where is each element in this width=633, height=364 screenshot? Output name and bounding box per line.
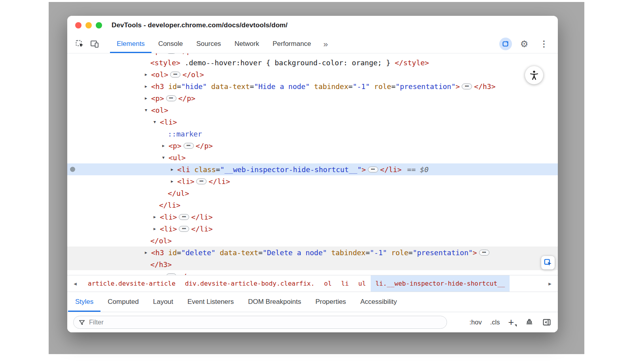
code-token-punct: = <box>349 82 353 91</box>
breadcrumb-forward-button[interactable]: ▸ <box>542 275 558 292</box>
code-token-tag: <li> <box>177 177 194 186</box>
sidebar-toggle-button[interactable] <box>542 318 552 327</box>
expand-ellipsis-button[interactable]: … <box>479 250 489 256</box>
code-token-tag: </li> <box>159 201 180 209</box>
code-token-attr: id <box>164 82 177 91</box>
dom-tree-row[interactable]: </ol> <box>67 235 558 246</box>
expand-ellipsis-button[interactable]: … <box>170 72 180 78</box>
cast-button[interactable] <box>499 38 512 50</box>
dom-tree-row[interactable]: <style> .demo--hover:hover { background-… <box>67 57 558 68</box>
filter-field[interactable] <box>73 316 447 329</box>
code-token-attr: data-text <box>207 82 250 91</box>
expand-arrow-icon[interactable]: ▸ <box>145 72 151 77</box>
dom-tree-row[interactable]: ▸<li>…</li> <box>67 211 558 223</box>
collapse-arrow-icon[interactable]: ▾ <box>162 155 169 160</box>
styles-tab-dom-breakpoints[interactable]: DOM Breakpoints <box>241 292 308 312</box>
code-token-tag: </li> <box>191 225 212 233</box>
code-token-punct: = <box>391 82 396 91</box>
code-token-val: "Delete a node" <box>263 248 327 257</box>
dom-tree-row[interactable]: ▸<li>…</li> <box>67 223 558 235</box>
breadcrumb-item[interactable]: article.devsite-article <box>83 275 180 292</box>
dom-tree-row[interactable]: ::marker <box>67 128 558 140</box>
element-classes-button[interactable]: .cls <box>490 318 500 326</box>
inspect-button[interactable] <box>72 37 87 51</box>
dom-tree: ▸<p>…</p><style> .demo--hover:hover { ba… <box>67 53 558 275</box>
stamp-button[interactable] <box>525 318 534 327</box>
dom-tree-row[interactable]: ▸<p>…</p> <box>67 270 558 275</box>
breadcrumb-back-button[interactable]: ◂ <box>67 275 83 292</box>
styles-tab-accessibility[interactable]: Accessibility <box>353 292 404 312</box>
dom-tree-row[interactable]: ▾<ul> <box>67 152 558 163</box>
breadcrumb-item[interactable]: div.devsite-article-body.clearfix. <box>180 275 320 292</box>
styles-tab-computed[interactable]: Computed <box>100 292 146 312</box>
expand-ellipsis-button[interactable]: … <box>166 53 176 54</box>
filter-input[interactable] <box>89 318 442 326</box>
styles-tab-styles[interactable]: Styles <box>68 292 100 312</box>
accessibility-overlay-button[interactable] <box>525 66 543 84</box>
code-token-tag: </ol> <box>150 237 172 245</box>
dom-tree-row[interactable]: ▸<p>…</p> <box>67 92 558 104</box>
breadcrumb-item[interactable]: li.__web-inspector-hide-shortcut__ <box>371 275 510 292</box>
expand-ellipsis-button[interactable]: … <box>179 226 189 232</box>
dom-tree-row[interactable]: ▾<ol> <box>67 104 558 116</box>
expand-arrow-icon[interactable]: ▸ <box>145 250 151 255</box>
zoom-window-button[interactable] <box>96 22 102 28</box>
breadcrumb-item[interactable]: ol <box>319 275 336 292</box>
tab-console[interactable]: Console <box>152 35 190 53</box>
toggle-element-state-button[interactable]: :hov <box>469 318 481 326</box>
expand-ellipsis-button[interactable]: … <box>368 167 378 173</box>
styles-tab-event-listeners[interactable]: Event Listeners <box>180 292 241 312</box>
code-token-tag: <li <box>177 165 190 174</box>
expand-arrow-icon[interactable]: ▸ <box>171 178 177 184</box>
tab-elements[interactable]: Elements <box>110 35 152 53</box>
breadcrumb-item[interactable]: li <box>336 275 353 292</box>
devtools-menu-button[interactable]: ⋮ <box>536 37 552 51</box>
expand-ellipsis-button[interactable]: … <box>196 178 207 184</box>
more-tabs-button[interactable]: » <box>318 35 334 53</box>
dom-tree-row[interactable]: </h3> <box>67 258 558 270</box>
code-token-tag: <p> <box>151 94 164 102</box>
expand-arrow-icon[interactable]: ▸ <box>154 214 160 220</box>
dom-tree-row[interactable]: ▸<li class="__web-inspector-hide-shortcu… <box>67 163 558 175</box>
dom-tree-row[interactable]: ▸<h3 id="delete" data-text="Delete a nod… <box>67 246 558 258</box>
expand-ellipsis-button[interactable]: … <box>166 95 176 101</box>
dom-tree-row[interactable]: </ul> <box>67 187 558 199</box>
collapse-arrow-icon[interactable]: ▾ <box>154 119 160 125</box>
minimize-window-button[interactable] <box>85 22 92 28</box>
expand-ellipsis-button[interactable]: … <box>179 214 189 220</box>
styles-filter-bar: :hov .cls + <box>67 312 558 332</box>
collapse-arrow-icon[interactable]: ▾ <box>145 107 151 113</box>
styles-tab-layout[interactable]: Layout <box>146 292 180 312</box>
dom-tree-row[interactable]: ▸<h3 id="hide" data-text="Hide a node" t… <box>67 80 558 92</box>
styles-tab-properties[interactable]: Properties <box>308 292 353 312</box>
dom-tree-row[interactable]: ▸<p>…</p> <box>67 53 558 57</box>
new-style-rule-button[interactable]: + <box>508 317 517 327</box>
settings-button[interactable]: ⚙ <box>517 37 532 51</box>
dom-tree-row[interactable]: </li> <box>67 199 558 211</box>
expand-ellipsis-button[interactable]: … <box>184 143 194 149</box>
dom-tree-row[interactable]: ▾<li> <box>67 116 558 128</box>
dom-tree-row[interactable]: ▸<li>…</li> <box>67 175 558 187</box>
expand-arrow-icon[interactable]: ▸ <box>145 95 151 101</box>
expand-ellipsis-button[interactable]: … <box>166 273 176 275</box>
expand-arrow-icon[interactable]: ▸ <box>171 167 177 172</box>
expand-arrow-icon[interactable]: ▸ <box>154 226 160 231</box>
code-token-punct: = <box>366 248 370 257</box>
code-token-tag: </li> <box>208 177 230 186</box>
tab-performance[interactable]: Performance <box>266 35 318 53</box>
expand-arrow-icon[interactable]: ▸ <box>145 83 151 89</box>
tab-network[interactable]: Network <box>228 35 266 53</box>
device-toolbar-button[interactable] <box>87 37 102 51</box>
breadcrumb-item[interactable]: ul <box>354 275 371 292</box>
expand-arrow-icon[interactable]: ▸ <box>162 143 169 148</box>
selected-node-dot <box>70 167 75 172</box>
tab-sources[interactable]: Sources <box>190 35 227 53</box>
expand-ellipsis-button[interactable]: … <box>462 83 472 89</box>
dom-tree-row[interactable]: ▸<p>…</p> <box>67 140 558 152</box>
inspect-badge-button[interactable] <box>541 256 555 269</box>
code-token-punct: = <box>250 82 254 91</box>
code-token-tag: <p> <box>151 53 164 55</box>
dom-tree-row[interactable]: ▸<ol>…</ol> <box>67 68 558 80</box>
close-window-button[interactable] <box>75 22 81 28</box>
expand-arrow-icon[interactable]: ▸ <box>145 273 151 275</box>
